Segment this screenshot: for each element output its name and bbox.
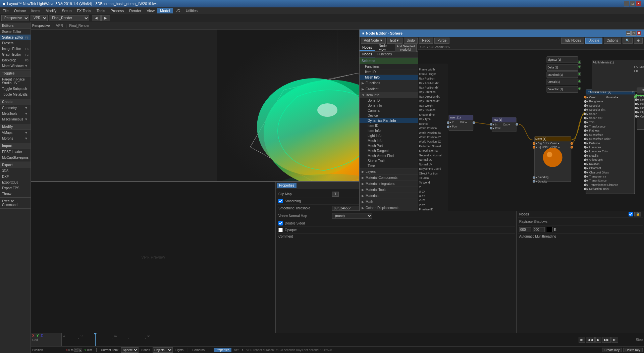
undo-btn[interactable]: Undo (404, 38, 418, 44)
selected-meshinfo-item[interactable]: Mesh Info (360, 75, 418, 80)
zoom-fit-btn[interactable]: ⊕ (634, 38, 643, 44)
menu-octane[interactable]: Octane (11, 8, 29, 13)
r-input[interactable] (519, 227, 531, 232)
sidebar-backdrop[interactable]: Backdrop F3 (0, 57, 31, 63)
node-mesh-info[interactable]: Mesh Info (360, 138, 418, 143)
edit-btn[interactable]: Edit ▼ (387, 38, 402, 44)
tab-node-flow[interactable]: Node Flow (376, 44, 392, 53)
sidebar-dxf[interactable]: DXF (0, 174, 31, 180)
category-functions-title[interactable]: ▶ Functions (360, 80, 418, 86)
node-light-info[interactable]: Light Info (360, 133, 418, 138)
ne-maximize[interactable]: □ (631, 31, 636, 36)
add-selected-nodes-btn[interactable]: Add Selected Node(s) (395, 44, 417, 52)
search-btn[interactable]: 🔍 (623, 38, 633, 44)
update-btn[interactable]: Update (585, 38, 602, 44)
node-device[interactable]: Device (360, 113, 418, 118)
node-studio-trait[interactable]: Studio Trait (360, 158, 418, 163)
sidebar-parent-in-place[interactable]: Parent in PlaceStudio LIVE (0, 77, 31, 86)
subtab-functions[interactable]: Functions (375, 52, 394, 57)
sidebar-morphs[interactable]: Morphs ▼ (0, 136, 31, 141)
opaque-checkbox[interactable] (278, 228, 283, 232)
node-mesh-part[interactable]: Mesh Part (360, 143, 418, 148)
sidebar-toggle-metaballs[interactable]: Toggle MetaBalls (0, 92, 31, 97)
sidebar-toggle-subpatch[interactable]: Toggle Subpatch (0, 86, 31, 92)
rgb-swatch[interactable] (546, 227, 553, 232)
ne-close[interactable]: ✕ (637, 31, 641, 36)
smoothing-checkbox[interactable] (278, 199, 283, 203)
bones-select[interactable]: Objects (153, 347, 173, 353)
play-end-btn[interactable]: ⏭ (611, 337, 618, 343)
toolbar-render-select[interactable]: Final_Render (49, 15, 89, 21)
close-button[interactable]: ✕ (636, 1, 641, 6)
menu-fxtools[interactable]: FX Tools (74, 8, 94, 13)
g-input[interactable] (533, 227, 545, 232)
properties-tab[interactable]: Properties (277, 183, 297, 188)
sidebar-exporteps[interactable]: Export EPS (0, 185, 31, 191)
category-mat-int-title[interactable]: ▶ Material Integrators (360, 181, 418, 187)
current-item-select[interactable]: Sphere (121, 347, 139, 353)
play-btn[interactable]: ▶ (595, 337, 601, 343)
sidebar-scene-editor[interactable]: Scene Editor (0, 29, 31, 35)
toolbar-mode-select[interactable]: Perspective (1, 15, 29, 21)
category-gradient-title[interactable]: ▶ Gradient (360, 86, 418, 92)
sidebar-more-windows[interactable]: More Windows ▼ (0, 63, 31, 69)
tidy-nodes-btn[interactable]: Tidy Nodes (561, 38, 584, 44)
tab-nodes[interactable]: Nodes (360, 45, 375, 51)
subtab-nodes[interactable]: Nodes (360, 52, 375, 57)
sidebar-image-editor[interactable]: Image Editor F6 (0, 46, 31, 52)
menu-render[interactable]: Render (126, 8, 144, 13)
node-bone-info[interactable]: Bone Info (360, 103, 418, 108)
node-mesh-tangent[interactable]: Mesh Tangent (360, 148, 418, 153)
node-dynamics-part-info[interactable]: Dynamics Part Info (360, 118, 418, 123)
menu-utilities[interactable]: Utilities (183, 8, 200, 13)
add-node-btn[interactable]: Add Node ▼ (361, 38, 386, 44)
maximize-button[interactable]: □ (630, 1, 635, 6)
timeline-track[interactable]: 0 10 30 50 (62, 333, 577, 346)
selected-functions-item[interactable]: Functions (360, 64, 418, 69)
sidebar-metatools[interactable]: MetaTools ▼ (0, 111, 31, 116)
sidebar-surface-editor[interactable]: Surface Editor F5 (0, 35, 31, 40)
node-mesh-vertex-find[interactable]: Mesh Vertex Find (360, 153, 418, 158)
menu-tools[interactable]: Tools (94, 8, 108, 13)
node-item-info[interactable]: Item Info (360, 128, 418, 133)
delete-key-btn[interactable]: Delete Key (623, 348, 643, 352)
menu-io[interactable]: I/O (173, 8, 183, 13)
category-math-title[interactable]: ▶ Math (360, 199, 418, 205)
category-layers-title[interactable]: ▶ Layers (360, 169, 418, 174)
rgb-e-btn[interactable]: E (554, 228, 556, 232)
menu-modify[interactable]: Modify (43, 8, 59, 13)
sidebar-geometry[interactable]: Geometry ' ▼ (0, 105, 31, 111)
options-btn[interactable]: Options (604, 38, 621, 44)
menu-file[interactable]: File (0, 8, 11, 13)
category-materials-title[interactable]: ▶ Materials (360, 193, 418, 199)
node-time[interactable]: Time (360, 163, 418, 168)
double-sided-checkbox[interactable] (278, 221, 283, 225)
sidebar-execute-command[interactable]: Execute Command (0, 198, 31, 208)
next-frame-btn[interactable]: ▶▶ (602, 337, 611, 343)
category-oct-disp-title[interactable]: ▶ Octane Displacements (360, 205, 418, 211)
x-lock[interactable]: ○ (74, 348, 78, 352)
sidebar-throw[interactable]: Throw (0, 191, 31, 197)
sidebar-epsf-loader[interactable]: EPSF Loader (0, 149, 31, 155)
sidebar-exportobj[interactable]: ExportOBJ (0, 180, 31, 185)
category-item-info-title[interactable]: ▼ Item Info (360, 92, 418, 98)
properties-badge[interactable]: Properties (214, 348, 231, 352)
prev-frame-btn[interactable]: ◀◀ (586, 337, 595, 343)
menu-process[interactable]: Process (108, 8, 127, 13)
vertex-normal-select[interactable]: (none) (332, 213, 372, 219)
redo-btn[interactable]: Redo (419, 38, 433, 44)
toolbar-arrow-left[interactable]: ◀ (92, 15, 101, 21)
nodes-checkbox[interactable] (629, 212, 633, 216)
create-key-btn[interactable]: Create Key (602, 348, 622, 352)
menu-items[interactable]: Items (29, 8, 43, 13)
node-bone-id[interactable]: Bone ID (360, 98, 418, 103)
minimize-button[interactable]: — (624, 1, 629, 6)
ne-minimize[interactable]: — (626, 31, 631, 36)
x-e[interactable]: E (78, 348, 82, 352)
selected-itemid-item[interactable]: Item ID (360, 69, 418, 75)
nodes-lock-btn[interactable]: 🔒 (634, 212, 641, 216)
node-item-id[interactable]: Item ID (360, 123, 418, 128)
node-camera[interactable]: Camera (360, 108, 418, 113)
toolbar-vpr-select[interactable]: VPR (31, 15, 48, 21)
sidebar-presets[interactable]: Presets (0, 40, 31, 46)
